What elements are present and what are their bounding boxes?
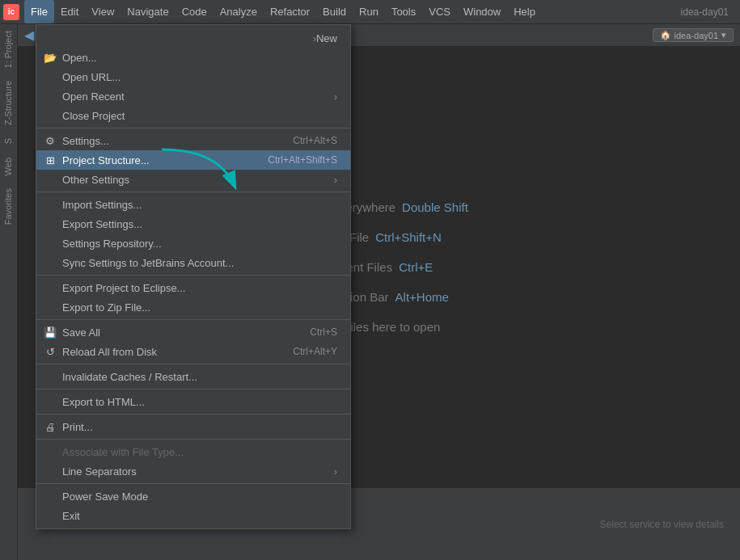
- separator-5: [36, 364, 350, 364]
- menu-run[interactable]: Run: [353, 0, 385, 23]
- sidebar-tab-favorites[interactable]: Favorites: [0, 182, 17, 231]
- menu-file[interactable]: File: [24, 0, 54, 23]
- menu-item-export-zip-label: Export to Zip File...: [62, 301, 150, 314]
- window-icon: 🏠: [660, 30, 671, 40]
- menu-help[interactable]: Help: [507, 0, 542, 23]
- menu-item-export-settings-label: Export Settings...: [62, 218, 142, 230]
- separator-3: [36, 275, 350, 276]
- menu-item-other-settings-label: Other Settings: [62, 174, 129, 186]
- menu-item-open-recent[interactable]: Open Recent ›: [36, 86, 350, 106]
- bottom-panel-label: Select service to view details: [600, 519, 724, 530]
- dropdown-chevron[interactable]: ▾: [721, 30, 726, 40]
- menu-vcs[interactable]: VCS: [422, 0, 457, 23]
- other-settings-arrow-icon: ›: [334, 174, 337, 186]
- menu-navigate[interactable]: Navigate: [121, 0, 175, 23]
- menu-item-export-zip[interactable]: Export to Zip File...: [36, 297, 350, 317]
- menu-tools[interactable]: Tools: [385, 0, 422, 23]
- menu-item-invalidate-caches-label: Invalidate Caches / Restart...: [62, 371, 197, 383]
- menu-item-export-settings[interactable]: Export Settings...: [36, 214, 350, 234]
- window-title: idea-day01: [681, 6, 737, 18]
- dropdown-menu-container: › New 📂 Open... Open URL... Open Recent …: [36, 24, 351, 529]
- menu-item-power-save[interactable]: Power Save Mode: [36, 486, 350, 506]
- menu-item-associate-file-label: Associate with File Type...: [62, 446, 184, 458]
- separator-2: [36, 192, 350, 192]
- nav-back-button[interactable]: ◀: [24, 27, 34, 43]
- menu-item-other-settings[interactable]: Other Settings ›: [36, 170, 350, 189]
- menu-item-reload-disk-label: Reload All from Disk: [62, 346, 157, 358]
- structure-icon: ⊞: [43, 154, 57, 166]
- menu-item-export-eclipse-label: Export Project to Eclipse...: [62, 282, 185, 294]
- menu-item-export-html-label: Export to HTML...: [62, 396, 145, 408]
- folder-icon: 📂: [43, 52, 57, 64]
- menu-item-save-all-label: Save All: [62, 326, 100, 339]
- menu-item-sync-settings-label: Sync Settings to JetBrains Account...: [62, 257, 234, 269]
- menu-item-project-structure-label: Project Structure...: [62, 154, 150, 166]
- separator-8: [36, 439, 350, 440]
- window-title-label: idea-day01: [674, 31, 718, 40]
- separator-6: [36, 389, 350, 389]
- menu-item-open-recent-label: Open Recent: [62, 91, 125, 103]
- menu-item-close-project-label: Close Project: [62, 110, 125, 122]
- menu-item-new-label: New: [316, 32, 337, 44]
- menu-edit[interactable]: Edit: [54, 0, 85, 23]
- menu-item-settings-repo[interactable]: Settings Repository...: [36, 234, 350, 253]
- menu-item-exit[interactable]: Exit: [36, 506, 350, 525]
- menu-item-print[interactable]: 🖨 Print...: [36, 417, 350, 436]
- menu-item-reload-disk[interactable]: ↺ Reload All from Disk Ctrl+Alt+Y: [36, 342, 350, 361]
- sidebar-tab-structure[interactable]: Z-Structure: [0, 74, 17, 132]
- gear-icon: ⚙: [43, 135, 57, 147]
- menu-item-export-html[interactable]: Export to HTML...: [36, 392, 350, 411]
- menu-item-project-structure[interactable]: ⊞ Project Structure... Ctrl+Alt+Shift+S: [36, 150, 350, 170]
- window-title-badge: 🏠 idea-day01 ▾: [653, 28, 734, 42]
- separator-9: [36, 483, 350, 484]
- menu-item-import-settings-label: Import Settings...: [62, 199, 142, 211]
- menu-window[interactable]: Window: [457, 0, 507, 23]
- left-sidebar: 1: Project Z-Structure S Web Favorites: [0, 24, 18, 560]
- reload-icon: ↺: [43, 346, 57, 358]
- menu-build[interactable]: Build: [316, 0, 353, 23]
- open-recent-arrow-icon: ›: [334, 91, 337, 103]
- menu-item-settings-repo-label: Settings Repository...: [62, 238, 162, 250]
- menu-item-invalidate-caches[interactable]: Invalidate Caches / Restart...: [36, 367, 350, 386]
- sidebar-tab-web[interactable]: Web: [0, 151, 17, 182]
- separator-1: [36, 128, 350, 128]
- menu-item-settings-label: Settings...: [62, 135, 109, 147]
- file-dropdown-menu: › New 📂 Open... Open URL... Open Recent …: [36, 24, 351, 529]
- project-structure-shortcut: Ctrl+Alt+Shift+S: [268, 154, 337, 166]
- print-icon: 🖨: [43, 421, 57, 433]
- menu-item-close-project[interactable]: Close Project: [36, 106, 350, 125]
- menu-item-sync-settings[interactable]: Sync Settings to JetBrains Account...: [36, 253, 350, 272]
- sidebar-tab-project[interactable]: 1: Project: [0, 24, 17, 74]
- menu-refactor[interactable]: Refactor: [264, 0, 316, 23]
- app-logo: ic: [3, 4, 19, 20]
- menu-item-line-separators[interactable]: Line Separators ›: [36, 461, 350, 481]
- menubar: ic File Edit View Navigate Code Analyze …: [0, 0, 740, 24]
- menu-analyze[interactable]: Analyze: [214, 0, 264, 23]
- reload-disk-shortcut: Ctrl+Alt+Y: [293, 346, 337, 357]
- separator-4: [36, 319, 350, 320]
- menu-item-export-eclipse[interactable]: Export Project to Eclipse...: [36, 278, 350, 297]
- line-separators-arrow-icon: ›: [334, 465, 337, 478]
- sidebar-tab-s[interactable]: S: [0, 132, 17, 150]
- menu-item-open-url[interactable]: Open URL...: [36, 67, 350, 86]
- menu-item-associate-file: Associate with File Type...: [36, 442, 350, 461]
- menu-item-settings[interactable]: ⚙ Settings... Ctrl+Alt+S: [36, 131, 350, 150]
- separator-7: [36, 414, 350, 415]
- save-icon: 💾: [43, 326, 57, 339]
- menu-item-save-all[interactable]: 💾 Save All Ctrl+S: [36, 322, 350, 342]
- menu-item-import-settings[interactable]: Import Settings...: [36, 195, 350, 214]
- save-all-shortcut: Ctrl+S: [310, 326, 337, 338]
- menu-item-open[interactable]: 📂 Open...: [36, 48, 350, 67]
- menu-item-line-separators-label: Line Separators: [62, 465, 137, 478]
- menu-item-print-label: Print...: [62, 421, 93, 433]
- menu-item-power-save-label: Power Save Mode: [62, 491, 148, 503]
- menu-item-exit-label: Exit: [62, 510, 80, 522]
- menu-item-new[interactable]: › New: [36, 28, 350, 48]
- menu-item-open-url-label: Open URL...: [62, 71, 121, 83]
- settings-shortcut: Ctrl+Alt+S: [293, 135, 337, 146]
- menu-view[interactable]: View: [85, 0, 121, 23]
- nav-right: 🏠 idea-day01 ▾: [653, 28, 734, 42]
- menu-code[interactable]: Code: [175, 0, 214, 23]
- menu-item-open-label: Open...: [62, 52, 97, 64]
